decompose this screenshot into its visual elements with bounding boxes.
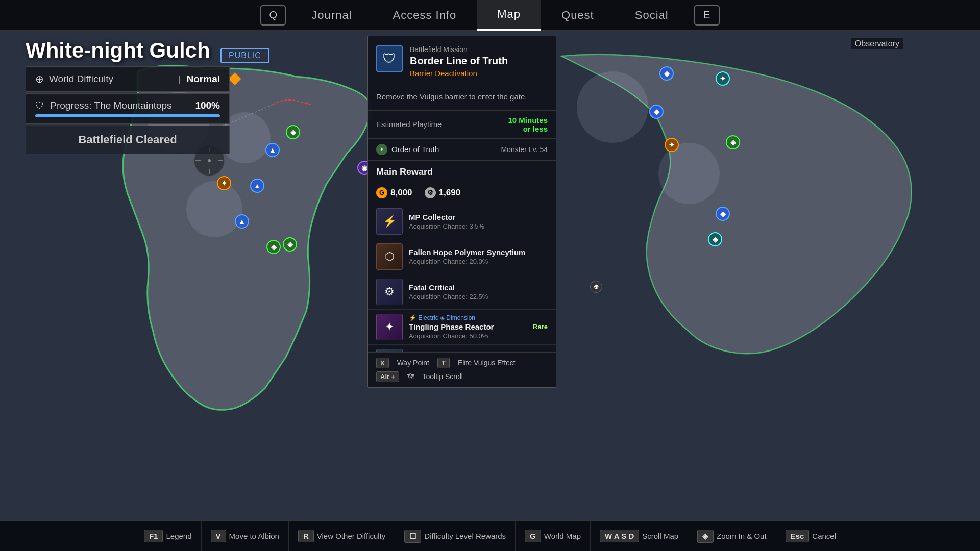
- reward-item-0[interactable]: ⚡ MP Collector Acquisition Chance: 3.5%: [368, 204, 556, 239]
- mission-title-block: Battlefield Mission Border Line of Truth…: [410, 45, 548, 78]
- item-icon-1: ⬡: [376, 243, 403, 270]
- map-icon-right-3[interactable]: ◆: [649, 105, 664, 119]
- map-icon-right-6[interactable]: ◆: [716, 207, 730, 221]
- location-header: White-night Gulch Public: [26, 38, 270, 63]
- waypoint-key: X: [376, 358, 389, 368]
- reward-item-3[interactable]: ✦ ⚡ Electric ◈ Dimension Tingling Phase …: [368, 310, 556, 345]
- nav-map[interactable]: Map: [477, 0, 541, 31]
- reward-items-list: ⚡ MP Collector Acquisition Chance: 3.5% …: [368, 204, 556, 352]
- map-icon-right-2[interactable]: ✦: [716, 71, 730, 86]
- map-icon-right-5[interactable]: ◈: [726, 135, 740, 149]
- bottom-key-5: W A S D: [600, 530, 639, 542]
- public-badge: Public: [220, 48, 270, 63]
- gold-currency: G 8,000: [376, 187, 412, 198]
- gold-icon: G: [376, 187, 387, 198]
- item-icon-0: ⚡: [376, 208, 403, 235]
- bottom-label-3: Difficulty Level Rewards: [424, 532, 506, 540]
- bottom-cmd-3[interactable]: ☐ Difficulty Level Rewards: [395, 521, 516, 551]
- bottom-key-4: G: [525, 530, 541, 542]
- progress-label: 🛡 Progress: The Mountaintops: [35, 100, 172, 111]
- item-info-0: MP Collector Acquisition Chance: 3.5%: [409, 213, 548, 230]
- bottom-cmd-2[interactable]: R View Other Difficulty: [289, 521, 395, 551]
- item-chance-3: Acquisition Chance: 50.0%: [409, 332, 527, 340]
- tooltip-icon: 🗺: [407, 372, 414, 381]
- map-icon-green-1[interactable]: ◈: [286, 125, 300, 139]
- playtime-label: Estimated Playtime: [376, 120, 442, 129]
- elite-label: Elite Vulgus Effect: [458, 359, 516, 367]
- controls-row-2: Alt + 🗺 Tooltip Scroll: [376, 371, 548, 382]
- left-info-panel: ⊕ World Difficulty | Normal 🛡 Progress: …: [26, 66, 230, 154]
- map-icon-blue-1[interactable]: ▲: [265, 143, 280, 157]
- item-name-0: MP Collector: [409, 213, 548, 221]
- bottom-label-7: Cancel: [812, 532, 836, 540]
- svg-point-8: [208, 159, 211, 162]
- cleared-row: Battlefield Cleared: [26, 126, 230, 154]
- bottom-cmd-7[interactable]: Esc Cancel: [776, 521, 845, 551]
- nav-key-left[interactable]: Q: [260, 5, 286, 26]
- controls-row-1: X Way Point T Elite Vulgus Effect: [376, 358, 548, 368]
- reward-item-4[interactable]: ✦ Dual Claw Acquisition Chance: 50.0%: [368, 345, 556, 352]
- progress-row: 🛡 Progress: The Mountaintops 100%: [26, 93, 230, 124]
- item-info-3: ⚡ Electric ◈ Dimension Tingling Phase Re…: [409, 314, 527, 340]
- map-icon-green-3[interactable]: ◈: [283, 237, 297, 252]
- order-row: ✦ Order of Truth Monster Lv. 54: [368, 139, 556, 161]
- item-name-3: Tingling Phase Reactor: [409, 322, 527, 331]
- svg-point-6: [658, 143, 720, 204]
- item-icon-4: ✦: [376, 349, 403, 352]
- nav-social[interactable]: Social: [615, 0, 689, 31]
- bottom-key-0: F1: [144, 530, 163, 542]
- bottom-key-1: V: [211, 530, 226, 542]
- item-chance-2: Acquisition Chance: 22.5%: [409, 293, 548, 300]
- map-icon-blue-3[interactable]: ▲: [235, 214, 249, 229]
- order-level: Monster Lv. 54: [501, 145, 548, 154]
- item-info-1: Fallen Hope Polymer Syncytium Acquisitio…: [409, 248, 548, 265]
- elite-key: T: [437, 358, 450, 368]
- bottom-cmd-6[interactable]: ◈ Zoom In & Out: [688, 521, 776, 551]
- reward-item-1[interactable]: ⬡ Fallen Hope Polymer Syncytium Acquisit…: [368, 239, 556, 274]
- bottom-label-5: Scroll Map: [642, 532, 678, 540]
- world-difficulty-row: ⊕ World Difficulty | Normal: [26, 66, 230, 92]
- mission-header: 🛡 Battlefield Mission Border Line of Tru…: [368, 36, 556, 84]
- bottom-cmd-1[interactable]: V Move to Albion: [202, 521, 289, 551]
- map-icon-blue-2[interactable]: ▲: [250, 179, 264, 193]
- item-info-2: Fatal Critical Acquisition Chance: 22.5%: [409, 283, 548, 300]
- reward-item-2[interactable]: ⚙ Fatal Critical Acquisition Chance: 22.…: [368, 274, 556, 310]
- bottom-key-6: ◈: [697, 530, 714, 543]
- order-name: ✦ Order of Truth: [376, 144, 439, 155]
- nav-quest[interactable]: Quest: [541, 0, 615, 31]
- mission-type: Battlefield Mission: [410, 45, 548, 54]
- nav-key-right[interactable]: E: [694, 5, 720, 26]
- bottom-cmd-5[interactable]: W A S D Scroll Map: [591, 521, 688, 551]
- world-difficulty-value: | Normal: [178, 73, 220, 85]
- mission-panel: 🛡 Battlefield Mission Border Line of Tru…: [368, 36, 556, 388]
- silver-icon: ⚙: [425, 187, 436, 198]
- mission-controls: X Way Point T Elite Vulgus Effect Alt + …: [368, 352, 556, 387]
- item-chance-1: Acquisition Chance: 20.0%: [409, 258, 548, 265]
- bottom-cmd-4[interactable]: G World Map: [516, 521, 591, 551]
- bottom-label-1: Move to Albion: [229, 532, 279, 540]
- waypoint-label: Way Point: [397, 359, 429, 367]
- bottom-cmd-0[interactable]: F1 Legend: [135, 521, 202, 551]
- item-tags-3: ⚡ Electric ◈ Dimension: [409, 314, 527, 321]
- svg-point-4: [186, 181, 242, 237]
- world-icon: ⊕: [35, 73, 44, 85]
- bottom-label-0: Legend: [166, 532, 191, 540]
- bottom-label-4: World Map: [544, 532, 581, 540]
- map-icon-right-1[interactable]: ◆: [659, 66, 674, 81]
- nav-journal[interactable]: Journal: [291, 0, 372, 31]
- map-icon-orange-1[interactable]: ✦: [217, 176, 231, 190]
- bottom-label-2: View Other Difficulty: [317, 532, 386, 540]
- reward-header: Main Reward: [368, 161, 556, 182]
- reward-currency: G 8,000 ⚙ 1,690: [368, 182, 556, 204]
- item-name-2: Fatal Critical: [409, 283, 548, 292]
- order-icon: ✦: [376, 144, 387, 155]
- map-icon-green-2[interactable]: ◈: [266, 240, 281, 254]
- svg-point-5: [577, 71, 648, 143]
- item-icon-2: ⚙: [376, 279, 403, 305]
- map-icon-right-4[interactable]: ✦: [665, 138, 679, 152]
- nav-access-info[interactable]: Access Info: [373, 0, 477, 31]
- tooltip-key: Alt +: [376, 371, 399, 382]
- playtime-row: Estimated Playtime 10 Minutes or less: [368, 111, 556, 139]
- map-icon-right-7[interactable]: ◈: [708, 232, 722, 246]
- map-icon-misc[interactable]: ⊕: [590, 281, 602, 293]
